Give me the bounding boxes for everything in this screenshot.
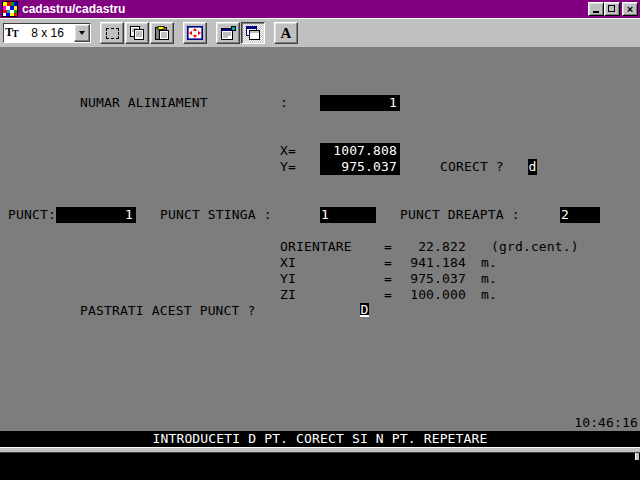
paste-icon bbox=[154, 26, 170, 40]
chevron-down-icon bbox=[79, 31, 85, 35]
orientare-unit: (grd.cent.) bbox=[491, 239, 579, 255]
close-button[interactable]: × bbox=[622, 2, 638, 16]
punct-stinga-label: PUNCT STINGA : bbox=[160, 207, 272, 223]
font-size-dropdown-button[interactable] bbox=[74, 24, 90, 42]
window-title: cadastru/cadastru bbox=[22, 2, 588, 16]
xi-label: XI bbox=[280, 255, 296, 271]
truetype-icon: TT bbox=[5, 26, 21, 40]
restore-icon bbox=[608, 5, 615, 12]
yi-label: YI bbox=[280, 271, 296, 287]
font-button[interactable]: A bbox=[274, 22, 298, 44]
zi-eq: = bbox=[384, 287, 392, 303]
marquee-select-button[interactable] bbox=[100, 22, 124, 44]
zi-label: ZI bbox=[280, 287, 296, 303]
toolbar: TT 8 x 16 bbox=[0, 18, 640, 47]
punct-label: PUNCT: bbox=[8, 207, 56, 223]
corect-input[interactable]: d bbox=[528, 159, 537, 175]
minimize-button[interactable] bbox=[588, 2, 604, 16]
orientare-value: 22.822 bbox=[418, 239, 466, 255]
properties-icon bbox=[220, 26, 236, 40]
xi-unit: m. bbox=[481, 255, 497, 271]
orientare-eq: = bbox=[384, 239, 392, 255]
coord-y-field[interactable]: 975.037 bbox=[320, 159, 400, 175]
orientare-label: ORIENTARE bbox=[280, 239, 352, 255]
yi-eq: = bbox=[384, 271, 392, 287]
numar-aliniament-label: NUMAR ALINIAMENT bbox=[80, 95, 208, 111]
dos-screen: NUMAR ALINIAMENT : 1 X= 1007.808 Y= 975.… bbox=[0, 47, 640, 447]
restore-button[interactable] bbox=[604, 2, 620, 16]
zi-value: 100.000 bbox=[410, 287, 466, 303]
numar-aliniament-field[interactable]: 1 bbox=[320, 95, 400, 111]
coord-x-field[interactable]: 1007.808 bbox=[320, 143, 400, 159]
font-size-value: 8 x 16 bbox=[21, 26, 74, 40]
zi-unit: m. bbox=[481, 287, 497, 303]
punct-stinga-field[interactable]: 1 bbox=[320, 207, 376, 223]
fullscreen-button[interactable] bbox=[183, 22, 207, 44]
coord-y-label: Y= bbox=[280, 159, 296, 175]
clock: 10:46:16 bbox=[574, 415, 638, 431]
background-icon bbox=[245, 26, 261, 40]
pastrati-input[interactable]: D bbox=[360, 303, 369, 317]
xi-value: 941.184 bbox=[410, 255, 466, 271]
marquee-icon bbox=[106, 28, 119, 39]
titlebar[interactable]: cadastru/cadastru × bbox=[0, 0, 640, 18]
close-icon: × bbox=[627, 4, 633, 15]
ms-dos-icon bbox=[2, 1, 18, 17]
status-bar: INTRODUCETI D PT. CORECT SI N PT. REPETA… bbox=[0, 431, 640, 447]
properties-button[interactable] bbox=[216, 22, 240, 44]
window-resize-corner bbox=[635, 453, 639, 460]
xi-eq: = bbox=[384, 255, 392, 271]
background-button[interactable] bbox=[241, 22, 265, 44]
minimize-icon bbox=[593, 11, 599, 13]
corect-label: CORECT ? bbox=[440, 159, 504, 175]
numar-aliniament-colon: : bbox=[280, 95, 288, 111]
punct-field[interactable]: 1 bbox=[56, 207, 136, 223]
font-icon: A bbox=[281, 26, 292, 41]
copy-button[interactable] bbox=[125, 22, 149, 44]
coord-x-label: X= bbox=[280, 143, 296, 159]
font-size-combo[interactable]: TT 8 x 16 bbox=[3, 23, 91, 43]
desktop: cadastru/cadastru × TT 8 x 16 bbox=[0, 0, 640, 480]
yi-unit: m. bbox=[481, 271, 497, 287]
punct-dreapta-label: PUNCT DREAPTA : bbox=[400, 207, 520, 223]
yi-value: 975.037 bbox=[410, 271, 466, 287]
punct-dreapta-field[interactable]: 2 bbox=[560, 207, 600, 223]
copy-icon bbox=[129, 26, 145, 40]
window-bottom-edge bbox=[0, 447, 640, 453]
fullscreen-icon bbox=[187, 26, 203, 40]
pastrati-label: PASTRATI ACEST PUNCT ? bbox=[80, 303, 256, 319]
paste-button[interactable] bbox=[150, 22, 174, 44]
